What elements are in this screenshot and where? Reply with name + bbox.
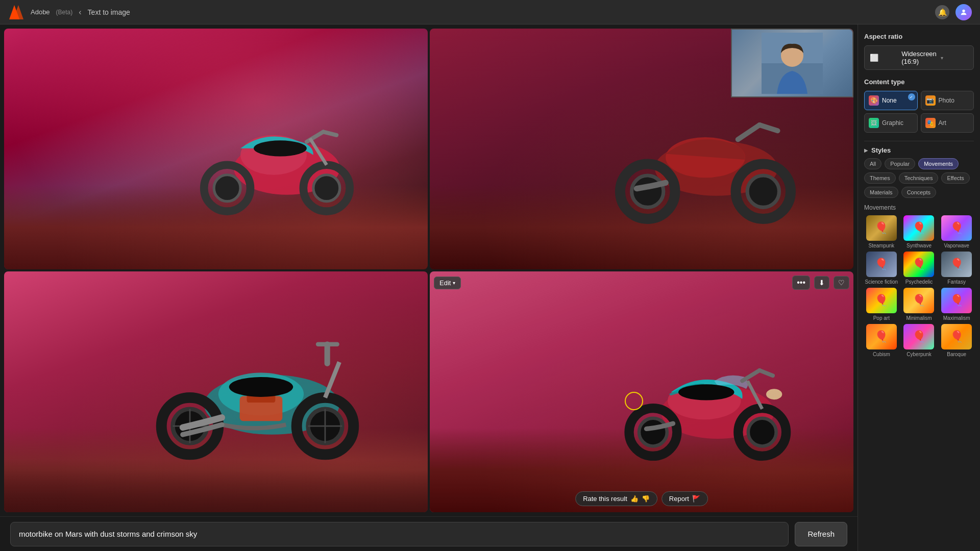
image-cell-3[interactable] [4,271,428,512]
style-item-cubism[interactable]: 🎈 Cubism [864,324,899,357]
content-type-title: Content type [864,78,974,86]
content-type-photo[interactable]: 📷 Photo [921,91,974,110]
popart-thumb: 🎈 [866,288,897,313]
prompt-input[interactable]: motorbike on Mars with dust storms and c… [10,522,789,546]
style-item-synthwave[interactable]: 🎈 Synthwave [902,215,937,248]
page-title: Text to image [88,8,130,16]
topbar: Adobe (Beta) ‹ Text to image 🔔 [0,0,980,24]
style-item-pop-art[interactable]: 🎈 Pop art [864,288,899,321]
styles-header: ▶ Styles [864,146,974,154]
psychedelic-thumb: 🎈 [903,252,934,277]
more-options-button[interactable]: ••• [792,276,810,290]
art-label: Art [939,119,946,127]
thumbdown-icon: 👎 [642,495,650,503]
webcam-overlay [731,29,853,97]
motorcycle-svg-1 [140,89,394,221]
svg-point-16 [632,176,664,207]
style-tag-techniques[interactable]: Techniques [899,172,939,184]
cyberpunk-label: Cyberpunk [906,352,931,357]
maximalism-label: Maximalism [943,315,970,321]
app-name: Adobe [31,8,50,16]
svg-point-2 [962,9,965,12]
styles-title: Styles [871,146,891,154]
content-type-none[interactable]: 🎨 None ✓ [864,91,918,110]
svg-point-6 [214,175,240,202]
svg-line-11 [323,132,336,135]
style-tag-themes[interactable]: Themes [864,172,896,184]
photo-icon: 📷 [925,95,936,106]
content-type-art[interactable]: 🎭 Art [921,113,974,133]
style-item-vaporwave[interactable]: 🎈 Vaporwave [939,215,974,248]
none-icon: 🎨 [869,95,879,106]
style-item-cyberpunk[interactable]: 🎈 Cyberpunk [902,324,937,357]
style-item-steampunk[interactable]: 🎈 Steampunk [864,215,899,248]
back-button[interactable]: ‹ [79,8,81,17]
scifi-thumb: 🎈 [866,252,897,277]
style-tag-materials[interactable]: Materials [864,187,898,198]
none-check: ✓ [908,93,915,101]
report-button[interactable]: Report 🚩 [662,491,708,506]
image4-toolbar: Edit ▾ ••• ⬇ ♡ [434,276,849,290]
topbar-right: 🔔 [935,4,972,20]
report-label: Report [669,495,689,503]
baroque-label: Baroque [947,352,966,357]
maximalism-thumb: 🎈 [941,288,972,313]
bell-icon[interactable]: 🔔 [935,5,949,19]
style-item-psychedelic[interactable]: 🎈 Psychedelic [902,252,937,285]
scifi-label: Science fiction [865,279,898,285]
content-type-graphic[interactable]: 🖼 Graphic [864,113,918,133]
style-item-baroque[interactable]: 🎈 Baroque [939,324,974,357]
style-tag-all[interactable]: All [864,158,881,169]
svg-line-19 [738,125,760,139]
cubism-thumb: 🎈 [866,324,897,349]
vaporwave-thumb: 🎈 [941,215,972,241]
svg-point-36 [229,377,293,397]
aspect-ratio-label: Widescreen (16:9) [901,50,937,65]
motorcycle-svg-3 [106,312,402,469]
cubism-label: Cubism [873,352,890,357]
vaporwave-label: Vaporwave [944,243,969,248]
steampunk-thumb: 🎈 [866,215,897,241]
motorcycle-svg-2 [557,82,832,226]
none-label: None [882,97,897,104]
svg-point-18 [747,176,779,207]
edit-button[interactable]: Edit ▾ [434,277,461,289]
style-item-science-fiction[interactable]: 🎈 Science fiction [864,252,899,285]
refresh-button[interactable]: Refresh [795,522,847,546]
style-tag-effects[interactable]: Effects [941,172,969,184]
cyberpunk-thumb: 🎈 [903,324,934,349]
style-item-maximalism[interactable]: 🎈 Maximalism [939,288,974,321]
psychedelic-label: Psychedelic [905,279,933,285]
style-tag-concepts[interactable]: Concepts [901,187,936,198]
edit-chevron-icon: ▾ [453,280,455,286]
flag-icon: 🚩 [692,495,700,503]
app-beta: (Beta) [56,9,73,16]
aspect-ratio-dropdown[interactable]: ⬜ Widescreen (16:9) ▾ [864,45,974,70]
photo-label: Photo [939,97,954,104]
style-tag-popular[interactable]: Popular [885,158,915,169]
graphic-icon: 🖼 [869,118,879,128]
fantasy-thumb: 🎈 [941,252,972,277]
fantasy-label: Fantasy [947,279,966,285]
user-avatar[interactable] [955,4,972,20]
download-button[interactable]: ⬇ [814,276,829,289]
image-cell-2[interactable] [430,29,853,269]
style-tag-movements[interactable]: Movements [918,158,959,169]
rate-bar: Rate this result 👍 👎 Report 🚩 [575,491,708,506]
image-cell-4[interactable]: Edit ▾ ••• ⬇ ♡ Rate this result 👍 👎 R [430,271,853,512]
minimalism-label: Minimalism [906,315,932,321]
aspect-ratio-title: Aspect ratio [864,33,974,40]
adobe-logo [8,4,24,20]
style-grid: 🎈 Steampunk 🎈 Synthwave 🎈 Vaporwave 🎈 [864,215,974,357]
style-item-fantasy[interactable]: 🎈 Fantasy [939,252,974,285]
style-item-minimalism[interactable]: 🎈 Minimalism [902,288,937,321]
favorite-button[interactable]: ♡ [834,276,849,289]
image-cell-1[interactable] [4,29,428,269]
movements-subtitle: Movements [864,204,974,211]
rate-result-button[interactable]: Rate this result 👍 👎 [575,491,657,506]
content-type-grid: 🎨 None ✓ 📷 Photo 🖼 Graphic 🎭 Art [864,91,974,133]
divider-1 [864,141,974,141]
svg-point-8 [313,175,339,202]
thumbup-icon: 👍 [630,495,639,503]
svg-line-10 [306,132,323,141]
